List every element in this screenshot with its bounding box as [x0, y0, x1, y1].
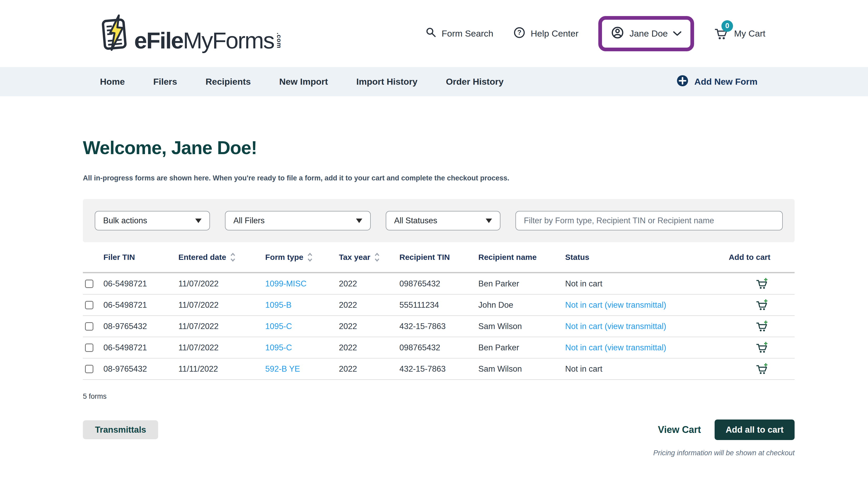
form-type-link[interactable]: 1095-B — [260, 300, 334, 310]
col-recipient-tin: Recipient TIN — [395, 253, 474, 262]
form-type-link[interactable]: 1095-C — [260, 322, 334, 331]
entered-date-cell: 11/07/2022 — [174, 300, 260, 310]
status-link[interactable]: Not in cart (view transmittal) — [560, 343, 726, 352]
recipient-tin-cell: 432-15-7863 — [395, 364, 474, 374]
search-icon — [426, 27, 436, 40]
nav-item-recipients[interactable]: Recipients — [206, 76, 251, 87]
add-to-cart-icon[interactable] — [756, 341, 769, 354]
user-icon — [611, 26, 624, 41]
add-to-cart-icon[interactable] — [756, 362, 769, 376]
dropdown-arrow-icon — [486, 219, 492, 223]
status-link[interactable]: Not in cart (view transmittal) — [560, 300, 726, 310]
recipient-tin-cell: 098765432 — [395, 279, 474, 289]
dropdown-arrow-icon — [356, 219, 362, 223]
table-row: 08-9765432 11/07/2022 1095-C 2022 432-15… — [83, 316, 795, 337]
view-cart-link[interactable]: View Cart — [658, 424, 701, 435]
utility-nav: Form Search ? Help Center Jane Doe 0 My … — [426, 16, 765, 51]
nav-item-import-history[interactable]: Import History — [356, 76, 417, 87]
svg-text:?: ? — [517, 29, 521, 36]
filter-bar: Bulk actions All Filers All Statuses — [83, 199, 795, 242]
status-cell: Not in cart — [560, 364, 726, 374]
table-filter-input[interactable] — [516, 211, 783, 230]
row-checkbox[interactable] — [85, 280, 93, 288]
recipient-tin-cell: 432-15-7863 — [395, 322, 474, 331]
entered-date-cell: 11/07/2022 — [174, 322, 260, 331]
row-checkbox[interactable] — [85, 301, 93, 309]
tax-year-cell: 2022 — [334, 322, 395, 331]
brand-logo[interactable]: eFileMyForms .com — [99, 14, 283, 53]
form-type-link[interactable]: 1095-C — [260, 343, 334, 352]
table-body: 06-5498721 11/07/2022 1099-MISC 2022 098… — [83, 273, 795, 380]
add-new-form-button[interactable]: Add New Form — [677, 75, 757, 89]
entered-date-cell: 11/07/2022 — [174, 279, 260, 289]
tax-year-cell: 2022 — [334, 279, 395, 289]
nav-item-order-history[interactable]: Order History — [446, 76, 504, 87]
sort-icon[interactable] — [374, 251, 380, 263]
add-to-cart-icon[interactable] — [756, 277, 769, 290]
nav-item-home[interactable]: Home — [100, 76, 125, 87]
add-all-to-cart-button[interactable]: Add all to cart — [715, 419, 795, 440]
user-name: Jane Doe — [629, 28, 668, 39]
chevron-down-icon — [673, 28, 681, 39]
help-icon: ? — [513, 27, 525, 41]
transmittals-button[interactable]: Transmittals — [83, 420, 158, 439]
filer-tin-cell: 06-5498721 — [99, 279, 174, 289]
cart-count-badge: 0 — [721, 20, 733, 32]
my-cart-link[interactable]: 0 My Cart — [714, 27, 765, 41]
recipient-name-cell: Sam Wilson — [474, 364, 560, 374]
nav-item-filers[interactable]: Filers — [153, 76, 177, 87]
filer-tin-cell: 06-5498721 — [99, 343, 174, 352]
bulk-actions-dropdown[interactable]: Bulk actions — [95, 211, 210, 230]
page-description: All in-progress forms are shown here. Wh… — [83, 174, 795, 182]
sort-icon[interactable] — [307, 251, 313, 263]
entered-date-cell: 11/11/2022 — [174, 364, 260, 374]
table-header: Filer TIN Entered date Form type Tax yea… — [83, 242, 795, 273]
table-row: 06-5498721 11/07/2022 1099-MISC 2022 098… — [83, 273, 795, 295]
plus-circle-icon — [677, 75, 688, 89]
row-checkbox[interactable] — [85, 344, 93, 352]
brand-name: eFileMyForms — [134, 28, 274, 53]
nav-item-new-import[interactable]: New Import — [279, 76, 328, 87]
col-tax-year: Tax year — [334, 251, 395, 263]
col-filer-tin: Filer TIN — [99, 253, 174, 262]
col-recipient-name: Recipient name — [474, 253, 560, 262]
brand-tld: .com — [276, 33, 283, 49]
filer-tin-cell: 08-9765432 — [99, 364, 174, 374]
status-link[interactable]: Not in cart (view transmittal) — [560, 322, 726, 331]
lightning-document-icon — [99, 14, 134, 53]
user-menu[interactable]: Jane Doe — [598, 16, 694, 51]
table-row: 08-9765432 11/11/2022 592-B YE 2022 432-… — [83, 358, 795, 380]
recipient-name-cell: Ben Parker — [474, 279, 560, 289]
table-row: 06-5498721 11/07/2022 1095-B 2022 555111… — [83, 295, 795, 316]
form-type-link[interactable]: 592-B YE — [260, 364, 334, 374]
recipient-name-cell: John Doe — [474, 300, 560, 310]
sort-icon[interactable] — [230, 251, 236, 263]
main-nav: Home Filers Recipients New Import Import… — [0, 67, 868, 96]
recipient-tin-cell: 098765432 — [395, 343, 474, 352]
statuses-dropdown[interactable]: All Statuses — [386, 211, 500, 230]
col-entered-date: Entered date — [174, 251, 260, 263]
status-cell: Not in cart — [560, 279, 726, 289]
tax-year-cell: 2022 — [334, 364, 395, 374]
row-checkbox[interactable] — [85, 365, 93, 373]
form-search-link[interactable]: Form Search — [426, 27, 494, 40]
tax-year-cell: 2022 — [334, 343, 395, 352]
filer-tin-cell: 06-5498721 — [99, 300, 174, 310]
top-bar: eFileMyForms .com Form Search ? Help Cen… — [0, 0, 868, 67]
recipient-name-cell: Sam Wilson — [474, 322, 560, 331]
dropdown-arrow-icon — [195, 219, 202, 223]
entered-date-cell: 11/07/2022 — [174, 343, 260, 352]
add-to-cart-icon[interactable] — [756, 298, 769, 312]
filers-dropdown[interactable]: All Filers — [225, 211, 371, 230]
help-center-link[interactable]: ? Help Center — [513, 27, 578, 41]
row-checkbox[interactable] — [85, 322, 93, 330]
col-status: Status — [560, 253, 726, 262]
cart-icon: 0 — [714, 27, 729, 41]
recipient-name-cell: Ben Parker — [474, 343, 560, 352]
footer-actions: Transmittals View Cart Add all to cart — [83, 419, 795, 440]
forms-count: 5 forms — [83, 392, 795, 401]
pricing-note: Pricing information will be shown at che… — [83, 449, 795, 457]
form-type-link[interactable]: 1099-MISC — [260, 279, 334, 289]
add-to-cart-icon[interactable] — [756, 320, 769, 333]
recipient-tin-cell: 555111234 — [395, 300, 474, 310]
